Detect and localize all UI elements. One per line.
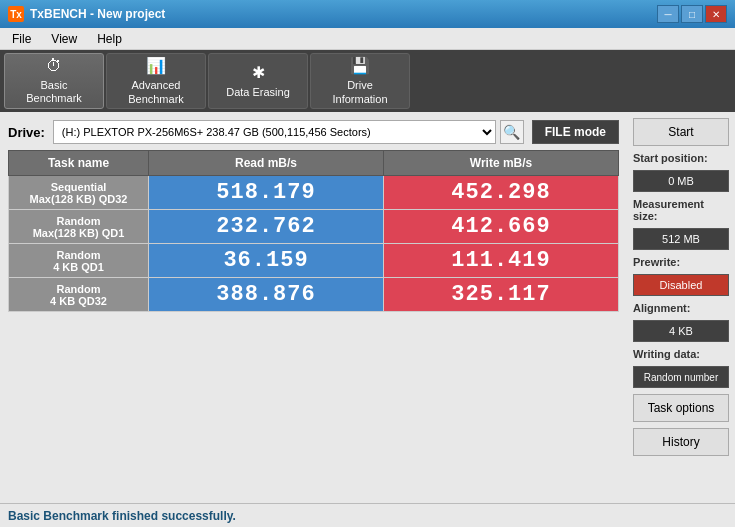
writing-data-label: Writing data: [633, 348, 729, 360]
toolbar: ⏱ BasicBenchmark 📊 AdvancedBenchmark ✱ D… [0, 50, 735, 112]
col-task-name: Task name [9, 151, 149, 176]
title-bar-left: Tx TxBENCH - New project [8, 6, 165, 22]
start-position-label: Start position: [633, 152, 729, 164]
file-mode-button[interactable]: FILE mode [532, 120, 619, 144]
drive-refresh-button[interactable]: 🔍 [500, 120, 524, 144]
table-row: Random4 KB QD136.159111.419 [9, 244, 619, 278]
read-value: 518.179 [216, 180, 315, 205]
col-write: Write mB/s [384, 151, 619, 176]
minimize-button[interactable]: ─ [657, 5, 679, 23]
col-read: Read mB/s [149, 151, 384, 176]
title-bar-controls: ─ □ ✕ [657, 5, 727, 23]
history-button[interactable]: History [633, 428, 729, 456]
read-value-cell: 232.762 [149, 210, 384, 244]
menu-bar: File View Help [0, 28, 735, 50]
write-value: 325.117 [451, 282, 550, 307]
task-name-cell: SequentialMax(128 KB) QD32 [9, 176, 149, 210]
alignment-label: Alignment: [633, 302, 729, 314]
tab-drive-information[interactable]: 💾 DriveInformation [310, 53, 410, 109]
prewrite-value: Disabled [633, 274, 729, 296]
task-name-cell: Random4 KB QD1 [9, 244, 149, 278]
status-text: Basic Benchmark finished successfully. [8, 509, 236, 523]
drive-select[interactable]: (H:) PLEXTOR PX-256M6S+ 238.47 GB (500,1… [53, 120, 496, 144]
maximize-button[interactable]: □ [681, 5, 703, 23]
start-button[interactable]: Start [633, 118, 729, 146]
main-panel: Drive: (H:) PLEXTOR PX-256M6S+ 238.47 GB… [0, 112, 627, 503]
title-bar: Tx TxBENCH - New project ─ □ ✕ [0, 0, 735, 28]
write-value-cell: 412.669 [384, 210, 619, 244]
drive-row: Drive: (H:) PLEXTOR PX-256M6S+ 238.47 GB… [8, 120, 619, 144]
app-title: TxBENCH - New project [30, 7, 165, 21]
table-row: RandomMax(128 KB) QD1232.762412.669 [9, 210, 619, 244]
start-position-value: 0 MB [633, 170, 729, 192]
benchmark-rows: SequentialMax(128 KB) QD32518.179452.298… [9, 176, 619, 312]
drive-information-icon: 💾 [348, 56, 372, 75]
content-area: Drive: (H:) PLEXTOR PX-256M6S+ 238.47 GB… [0, 112, 735, 503]
measurement-size-label: Measurement size: [633, 198, 729, 222]
writing-data-value: Random number [633, 366, 729, 388]
write-value: 412.669 [451, 214, 550, 239]
drive-information-label: DriveInformation [332, 79, 387, 105]
read-value-cell: 518.179 [149, 176, 384, 210]
prewrite-label: Prewrite: [633, 256, 729, 268]
task-name-cell: RandomMax(128 KB) QD1 [9, 210, 149, 244]
close-button[interactable]: ✕ [705, 5, 727, 23]
alignment-value: 4 KB [633, 320, 729, 342]
tab-data-erasing[interactable]: ✱ Data Erasing [208, 53, 308, 109]
table-row: SequentialMax(128 KB) QD32518.179452.298 [9, 176, 619, 210]
write-value: 452.298 [451, 180, 550, 205]
advanced-benchmark-label: AdvancedBenchmark [128, 79, 184, 105]
data-erasing-label: Data Erasing [226, 86, 290, 99]
read-value-cell: 388.876 [149, 278, 384, 312]
drive-label: Drive: [8, 125, 45, 140]
benchmark-table: Task name Read mB/s Write mB/s Sequentia… [8, 150, 619, 312]
task-options-button[interactable]: Task options [633, 394, 729, 422]
menu-view[interactable]: View [43, 30, 85, 48]
drive-select-container: (H:) PLEXTOR PX-256M6S+ 238.47 GB (500,1… [53, 120, 524, 144]
measurement-size-value: 512 MB [633, 228, 729, 250]
tab-advanced-benchmark[interactable]: 📊 AdvancedBenchmark [106, 53, 206, 109]
read-value: 36.159 [223, 248, 308, 273]
read-value-cell: 36.159 [149, 244, 384, 278]
basic-benchmark-label: BasicBenchmark [26, 79, 82, 105]
status-bar: Basic Benchmark finished successfully. [0, 503, 735, 527]
table-row: Random4 KB QD32388.876325.117 [9, 278, 619, 312]
right-panel: Start Start position: 0 MB Measurement s… [627, 112, 735, 503]
basic-benchmark-icon: ⏱ [42, 57, 66, 75]
write-value-cell: 111.419 [384, 244, 619, 278]
menu-file[interactable]: File [4, 30, 39, 48]
read-value: 232.762 [216, 214, 315, 239]
app-icon: Tx [8, 6, 24, 22]
advanced-benchmark-icon: 📊 [144, 56, 168, 75]
tab-basic-benchmark[interactable]: ⏱ BasicBenchmark [4, 53, 104, 109]
menu-help[interactable]: Help [89, 30, 130, 48]
task-name-cell: Random4 KB QD32 [9, 278, 149, 312]
write-value-cell: 452.298 [384, 176, 619, 210]
write-value-cell: 325.117 [384, 278, 619, 312]
write-value: 111.419 [451, 248, 550, 273]
read-value: 388.876 [216, 282, 315, 307]
data-erasing-icon: ✱ [246, 62, 270, 82]
